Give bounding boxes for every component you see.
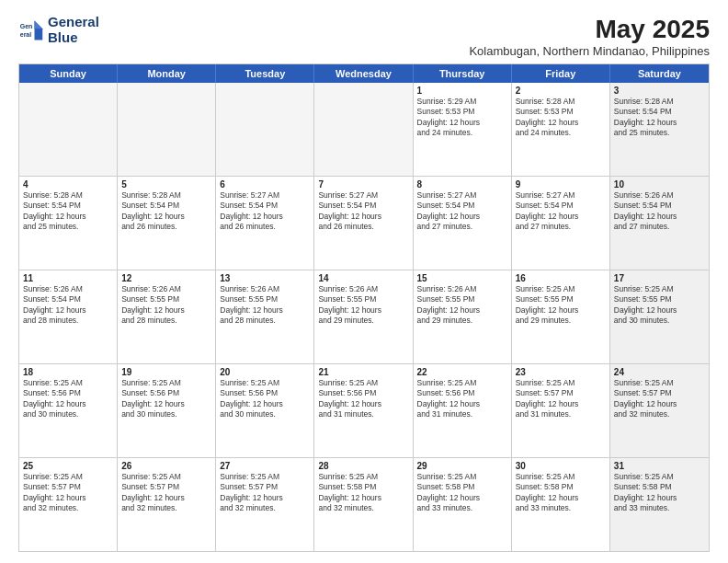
day-number: 24 bbox=[614, 367, 705, 377]
logo-text: General Blue bbox=[48, 15, 99, 45]
day-info: Sunrise: 5:25 AM Sunset: 5:56 PM Dayligh… bbox=[23, 378, 113, 420]
day-number: 13 bbox=[220, 273, 310, 283]
day-number: 1 bbox=[417, 86, 507, 96]
day-info: Sunrise: 5:25 AM Sunset: 5:58 PM Dayligh… bbox=[417, 472, 507, 514]
day-number: 29 bbox=[417, 461, 507, 471]
day-cell: 24Sunrise: 5:25 AM Sunset: 5:57 PM Dayli… bbox=[610, 364, 709, 457]
logo-line1: General bbox=[48, 15, 99, 30]
day-cell: 5Sunrise: 5:28 AM Sunset: 5:54 PM Daylig… bbox=[118, 177, 216, 270]
day-cell: 17Sunrise: 5:25 AM Sunset: 5:55 PM Dayli… bbox=[610, 270, 709, 363]
day-cell: 29Sunrise: 5:25 AM Sunset: 5:58 PM Dayli… bbox=[414, 458, 512, 551]
day-number: 2 bbox=[516, 86, 606, 96]
week-row: 25Sunrise: 5:25 AM Sunset: 5:57 PM Dayli… bbox=[19, 457, 709, 551]
day-number: 4 bbox=[23, 179, 113, 190]
day-info: Sunrise: 5:26 AM Sunset: 5:55 PM Dayligh… bbox=[121, 284, 211, 327]
day-number: 28 bbox=[318, 461, 408, 471]
day-number: 18 bbox=[23, 367, 113, 377]
day-number: 11 bbox=[23, 273, 113, 283]
day-cell: 16Sunrise: 5:25 AM Sunset: 5:55 PM Dayli… bbox=[512, 270, 610, 363]
day-number: 30 bbox=[516, 461, 606, 471]
day-info: Sunrise: 5:25 AM Sunset: 5:57 PM Dayligh… bbox=[23, 472, 113, 514]
day-info: Sunrise: 5:28 AM Sunset: 5:54 PM Dayligh… bbox=[614, 97, 705, 139]
day-number: 19 bbox=[121, 367, 211, 377]
day-info: Sunrise: 5:25 AM Sunset: 5:56 PM Dayligh… bbox=[220, 378, 310, 420]
day-cell: 6Sunrise: 5:27 AM Sunset: 5:54 PM Daylig… bbox=[216, 177, 314, 270]
day-number: 25 bbox=[23, 461, 113, 471]
day-number: 23 bbox=[516, 367, 606, 377]
day-cell: 22Sunrise: 5:25 AM Sunset: 5:56 PM Dayli… bbox=[414, 364, 512, 457]
day-cell: 12Sunrise: 5:26 AM Sunset: 5:55 PM Dayli… bbox=[118, 270, 216, 363]
day-cell: 1Sunrise: 5:29 AM Sunset: 5:53 PM Daylig… bbox=[414, 83, 512, 176]
day-header: Saturday bbox=[610, 64, 709, 83]
day-number: 22 bbox=[417, 367, 507, 377]
day-info: Sunrise: 5:25 AM Sunset: 5:56 PM Dayligh… bbox=[417, 378, 507, 420]
day-number: 16 bbox=[516, 273, 606, 283]
day-info: Sunrise: 5:26 AM Sunset: 5:55 PM Dayligh… bbox=[220, 284, 310, 327]
page: Gen eral General Blue May 2025 Kolambuga… bbox=[0, 0, 728, 563]
day-number: 31 bbox=[614, 461, 705, 471]
day-cell bbox=[314, 83, 413, 176]
day-cell bbox=[216, 83, 314, 176]
day-info: Sunrise: 5:25 AM Sunset: 5:55 PM Dayligh… bbox=[614, 284, 705, 327]
title-block: May 2025 Kolambugan, Northern Mindanao, … bbox=[469, 15, 710, 58]
day-number: 15 bbox=[417, 273, 507, 283]
day-number: 17 bbox=[614, 273, 705, 283]
day-info: Sunrise: 5:29 AM Sunset: 5:53 PM Dayligh… bbox=[417, 97, 507, 139]
day-number: 27 bbox=[220, 461, 310, 471]
day-number: 20 bbox=[220, 367, 310, 377]
svg-text:eral: eral bbox=[20, 31, 32, 38]
day-number: 14 bbox=[318, 273, 408, 283]
day-info: Sunrise: 5:27 AM Sunset: 5:54 PM Dayligh… bbox=[417, 190, 507, 233]
day-cell: 30Sunrise: 5:25 AM Sunset: 5:58 PM Dayli… bbox=[512, 458, 610, 551]
day-cell: 4Sunrise: 5:28 AM Sunset: 5:54 PM Daylig… bbox=[19, 177, 118, 270]
day-info: Sunrise: 5:28 AM Sunset: 5:53 PM Dayligh… bbox=[516, 97, 606, 139]
day-cell: 20Sunrise: 5:25 AM Sunset: 5:56 PM Dayli… bbox=[216, 364, 314, 457]
day-info: Sunrise: 5:25 AM Sunset: 5:56 PM Dayligh… bbox=[121, 378, 211, 420]
day-cell: 18Sunrise: 5:25 AM Sunset: 5:56 PM Dayli… bbox=[19, 364, 118, 457]
day-cell: 19Sunrise: 5:25 AM Sunset: 5:56 PM Dayli… bbox=[118, 364, 216, 457]
day-header: Wednesday bbox=[314, 64, 413, 83]
day-number: 7 bbox=[318, 179, 408, 190]
day-cell: 14Sunrise: 5:26 AM Sunset: 5:55 PM Dayli… bbox=[314, 270, 413, 363]
day-info: Sunrise: 5:27 AM Sunset: 5:54 PM Dayligh… bbox=[220, 190, 310, 233]
day-headers: SundayMondayTuesdayWednesdayThursdayFrid… bbox=[19, 64, 709, 83]
day-number: 8 bbox=[417, 179, 507, 190]
day-info: Sunrise: 5:26 AM Sunset: 5:54 PM Dayligh… bbox=[614, 190, 705, 233]
day-info: Sunrise: 5:28 AM Sunset: 5:54 PM Dayligh… bbox=[121, 190, 211, 233]
day-cell: 25Sunrise: 5:25 AM Sunset: 5:57 PM Dayli… bbox=[19, 458, 118, 551]
day-cell: 7Sunrise: 5:27 AM Sunset: 5:54 PM Daylig… bbox=[314, 177, 413, 270]
weeks: 1Sunrise: 5:29 AM Sunset: 5:53 PM Daylig… bbox=[19, 83, 709, 551]
day-info: Sunrise: 5:25 AM Sunset: 5:58 PM Dayligh… bbox=[318, 472, 408, 514]
day-header: Monday bbox=[118, 64, 216, 83]
header: Gen eral General Blue May 2025 Kolambuga… bbox=[18, 15, 710, 58]
day-cell: 15Sunrise: 5:26 AM Sunset: 5:55 PM Dayli… bbox=[414, 270, 512, 363]
calendar: SundayMondayTuesdayWednesdayThursdayFrid… bbox=[18, 63, 710, 552]
day-info: Sunrise: 5:25 AM Sunset: 5:58 PM Dayligh… bbox=[614, 472, 705, 514]
location: Kolambugan, Northern Mindanao, Philippin… bbox=[469, 44, 710, 58]
day-info: Sunrise: 5:28 AM Sunset: 5:54 PM Dayligh… bbox=[23, 190, 113, 233]
day-number: 26 bbox=[121, 461, 211, 471]
day-header: Thursday bbox=[414, 64, 512, 83]
day-info: Sunrise: 5:25 AM Sunset: 5:57 PM Dayligh… bbox=[516, 378, 606, 420]
logo: Gen eral General Blue bbox=[18, 15, 99, 45]
day-info: Sunrise: 5:25 AM Sunset: 5:55 PM Dayligh… bbox=[516, 284, 606, 327]
day-cell: 23Sunrise: 5:25 AM Sunset: 5:57 PM Dayli… bbox=[512, 364, 610, 457]
day-info: Sunrise: 5:25 AM Sunset: 5:57 PM Dayligh… bbox=[614, 378, 705, 420]
day-number: 6 bbox=[220, 179, 310, 190]
day-cell: 3Sunrise: 5:28 AM Sunset: 5:54 PM Daylig… bbox=[610, 83, 709, 176]
day-cell: 8Sunrise: 5:27 AM Sunset: 5:54 PM Daylig… bbox=[414, 177, 512, 270]
logo-icon: Gen eral bbox=[18, 17, 44, 43]
day-info: Sunrise: 5:25 AM Sunset: 5:58 PM Dayligh… bbox=[516, 472, 606, 514]
day-number: 9 bbox=[516, 179, 606, 190]
week-row: 1Sunrise: 5:29 AM Sunset: 5:53 PM Daylig… bbox=[19, 83, 709, 176]
day-info: Sunrise: 5:25 AM Sunset: 5:57 PM Dayligh… bbox=[121, 472, 211, 514]
day-cell: 11Sunrise: 5:26 AM Sunset: 5:54 PM Dayli… bbox=[19, 270, 118, 363]
day-number: 12 bbox=[121, 273, 211, 283]
day-info: Sunrise: 5:26 AM Sunset: 5:54 PM Dayligh… bbox=[23, 284, 113, 327]
logo-line2: Blue bbox=[48, 30, 99, 46]
day-cell: 28Sunrise: 5:25 AM Sunset: 5:58 PM Dayli… bbox=[314, 458, 413, 551]
day-info: Sunrise: 5:26 AM Sunset: 5:55 PM Dayligh… bbox=[417, 284, 507, 327]
day-header: Friday bbox=[512, 64, 610, 83]
day-header: Tuesday bbox=[216, 64, 314, 83]
day-cell: 26Sunrise: 5:25 AM Sunset: 5:57 PM Dayli… bbox=[118, 458, 216, 551]
